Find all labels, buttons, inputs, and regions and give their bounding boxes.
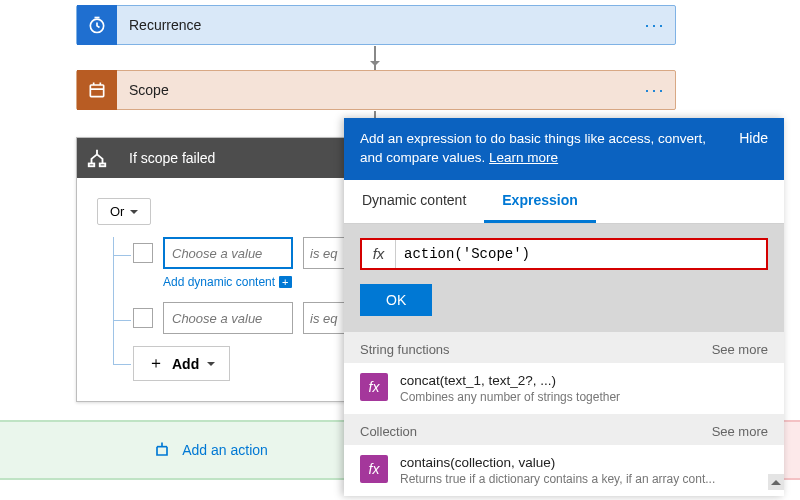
section-title: String functions [360,342,450,357]
chevron-up-icon [771,475,781,485]
clock-icon [77,5,117,45]
expression-panel: Add an expression to do basic things lik… [344,118,784,496]
logic-operator-selector[interactable]: Or [97,198,151,225]
function-item[interactable]: fx contains(collection, value) Returns t… [344,445,784,496]
tab-dynamic-content[interactable]: Dynamic content [344,180,484,223]
function-section-header: Collection See more [344,414,784,445]
connector-arrow [374,46,376,70]
plus-icon: + [279,276,291,288]
recurrence-more-button[interactable]: ··· [635,15,675,36]
chevron-down-icon [130,210,138,218]
see-more-link[interactable]: See more [712,342,768,357]
add-condition-button[interactable]: ＋ Add [133,346,230,381]
scope-more-button[interactable]: ··· [635,80,675,101]
function-desc: Combines any number of strings together [400,390,620,404]
function-item[interactable]: fx concat(text_1, text_2?, ...) Combines… [344,363,784,414]
expression-input-row: fx [360,238,768,270]
svg-rect-1 [90,85,103,97]
function-icon: fx [360,455,388,483]
condition-icon [77,138,117,178]
add-action-label: Add an action [182,442,268,458]
hide-button[interactable]: Hide [739,130,768,146]
function-name: concat(text_1, text_2?, ...) [400,373,620,388]
scope-title: Scope [117,82,635,98]
expression-input[interactable] [396,240,766,268]
recurrence-card[interactable]: Recurrence ··· [76,5,676,45]
plus-icon: ＋ [148,353,164,374]
fx-icon: fx [362,240,396,268]
add-condition-label: Add [172,356,199,372]
value-input[interactable] [163,302,293,334]
scope-card[interactable]: Scope ··· [76,70,676,110]
function-name: contains(collection, value) [400,455,715,470]
see-more-link[interactable]: See more [712,424,768,439]
tab-expression[interactable]: Expression [484,180,595,223]
section-title: Collection [360,424,417,439]
recurrence-title: Recurrence [117,17,635,33]
ok-button[interactable]: OK [360,284,432,316]
expression-help-text: Add an expression to do basic things lik… [360,130,727,168]
function-icon: fx [360,373,388,401]
scope-icon [77,70,117,110]
chevron-down-icon [207,362,215,370]
value-input[interactable] [163,237,293,269]
logic-operator-label: Or [110,204,124,219]
row-checkbox[interactable] [133,308,153,328]
add-dynamic-content-label: Add dynamic content [163,275,275,289]
add-dynamic-content-link[interactable]: Add dynamic content + [163,275,292,289]
function-section-header: String functions See more [344,332,784,363]
function-desc: Returns true if a dictionary contains a … [400,472,715,486]
svg-rect-3 [100,164,106,167]
learn-more-link[interactable]: Learn more [489,150,558,165]
scrollbar-up-button[interactable] [768,474,784,490]
svg-rect-2 [89,164,95,167]
expression-tabs: Dynamic content Expression [344,180,784,224]
row-checkbox[interactable] [133,243,153,263]
expression-panel-header: Add an expression to do basic things lik… [344,118,784,180]
add-action-icon [152,440,172,460]
